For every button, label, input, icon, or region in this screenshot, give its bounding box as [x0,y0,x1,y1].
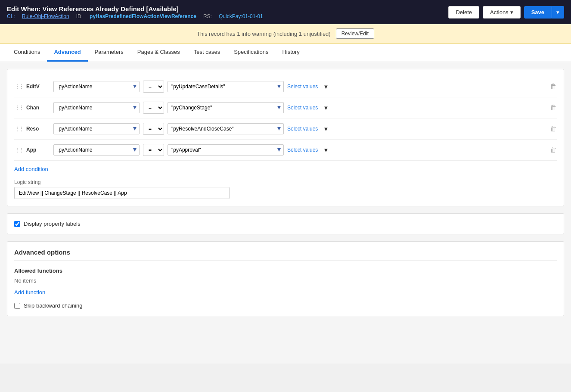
property-input-2[interactable] [53,102,140,113]
advanced-options-title: Advanced options [14,249,557,261]
save-button[interactable]: Save [524,6,552,19]
rs-label: RS: [203,13,212,19]
header-left: Edit When: View References Already Defin… [7,5,263,19]
save-caret-button[interactable]: ▾ [552,6,564,19]
delete-row-2-icon[interactable]: 🗑 [550,104,557,112]
tab-specifications[interactable]: Specifications [227,44,275,62]
delete-row-3-icon[interactable]: 🗑 [550,125,557,133]
value-field-4[interactable] [168,144,284,156]
header-meta: CL: Rule-Obj-FlowAction ID: pyHasPredefi… [7,13,263,19]
property-input-4[interactable] [53,144,140,156]
operator-select-1[interactable]: = != [143,81,164,93]
table-row: Reso = != Select values ▼ 🗑 [14,118,557,140]
value-input-2[interactable] [168,102,284,113]
select-values-link-3[interactable]: Select values [287,126,318,132]
row-label-3: Reso [26,126,50,132]
select-values-arrow-3[interactable]: ▼ [323,126,329,132]
header-actions: Delete Actions ▾ Save ▾ [448,6,564,19]
id-value: pyHasPredefinedFlowActionViewReference [90,13,196,19]
cl-label: CL: [7,13,15,19]
operator-select-3[interactable]: = != [143,123,164,135]
page-title: Edit When: View References Already Defin… [7,5,263,12]
tab-advanced[interactable]: Advanced [47,44,87,62]
actions-button[interactable]: Actions ▾ [483,6,521,19]
add-condition-link[interactable]: Add condition [14,166,48,172]
select-values-link-1[interactable]: Select values [287,84,318,90]
operator-select-2[interactable]: = != [143,102,164,114]
warning-banner: This record has 1 info warning (includin… [0,24,571,44]
value-input-4[interactable] [168,144,284,156]
conditions-section: EditV = != Select values ▼ 🗑 Chan [7,69,564,206]
table-row: Chan = != Select values ▼ 🗑 [14,97,557,118]
tab-history[interactable]: History [275,44,306,62]
add-function-link[interactable]: Add function [14,289,45,296]
delete-row-1-icon[interactable]: 🗑 [550,83,557,90]
select-values-arrow-2[interactable]: ▼ [323,105,329,111]
display-property-checkbox[interactable] [14,221,20,227]
value-field-2[interactable] [168,102,284,113]
display-property-section: Display property labels [7,213,564,234]
property-input-3[interactable] [53,123,140,134]
tab-bar: Conditions Advanced Parameters Pages & C… [0,44,571,62]
property-input-1[interactable] [53,81,140,92]
value-input-3[interactable] [168,123,284,134]
value-field-1[interactable] [168,81,284,92]
value-input-1[interactable] [168,81,284,92]
operator-dropdown-3[interactable]: = != [143,123,164,135]
no-items-label: No items [14,277,557,284]
save-group: Save ▾ [524,6,564,19]
display-property-label[interactable]: Display property labels [24,221,81,227]
operator-dropdown-1[interactable]: = != [143,81,164,93]
property-field-1[interactable] [53,81,140,92]
operator-select-4[interactable]: = != [143,144,164,156]
tab-pages-classes[interactable]: Pages & Classes [130,44,187,62]
skip-chaining-checkbox[interactable] [14,303,20,309]
property-field-2[interactable] [53,102,140,113]
tab-parameters[interactable]: Parameters [88,44,130,62]
skip-chaining-section: Skip backward chaining [14,302,557,309]
main-content: EditV = != Select values ▼ 🗑 Chan [0,62,571,364]
skip-chaining-label[interactable]: Skip backward chaining [24,302,83,309]
actions-chevron-icon: ▾ [510,9,513,16]
drag-handle-icon[interactable] [14,83,23,90]
operator-dropdown-2[interactable]: = != [143,102,164,114]
delete-row-4-icon[interactable]: 🗑 [550,146,557,154]
property-field-4[interactable] [53,144,140,156]
drag-handle-icon[interactable] [14,125,23,132]
review-edit-button[interactable]: Review/Edit [336,28,374,39]
table-row: EditV = != Select values ▼ 🗑 [14,76,557,97]
logic-string-input[interactable] [14,187,230,199]
operator-dropdown-4[interactable]: = != [143,144,164,156]
drag-handle-icon[interactable] [14,146,23,153]
property-field-3[interactable] [53,123,140,134]
delete-button[interactable]: Delete [448,6,479,19]
row-label-2: Chan [26,105,50,111]
id-label: ID: [76,13,83,19]
logic-label: Logic string [14,179,557,185]
actions-label: Actions [490,9,509,16]
tab-conditions[interactable]: Conditions [7,44,47,62]
row-label-1: EditV [26,84,50,90]
warning-message: This record has 1 info warning (includin… [197,31,331,37]
tab-test-cases[interactable]: Test cases [187,44,227,62]
logic-section: Logic string [14,179,557,199]
header: Edit When: View References Already Defin… [0,0,571,24]
select-values-arrow-4[interactable]: ▼ [323,147,329,153]
cl-value[interactable]: Rule-Obj-FlowAction [22,13,69,19]
advanced-options-section: Advanced options Allowed functions No it… [7,241,564,316]
select-values-link-4[interactable]: Select values [287,147,318,153]
drag-handle-icon[interactable] [14,104,23,111]
table-row: App = != Select values ▼ 🗑 [14,140,557,161]
select-values-arrow-1[interactable]: ▼ [323,84,329,90]
select-values-link-2[interactable]: Select values [287,105,318,111]
row-label-4: App [26,147,50,153]
allowed-functions-title: Allowed functions [14,268,557,274]
rs-value: QuickPay:01-01-01 [219,13,263,19]
value-field-3[interactable] [168,123,284,134]
